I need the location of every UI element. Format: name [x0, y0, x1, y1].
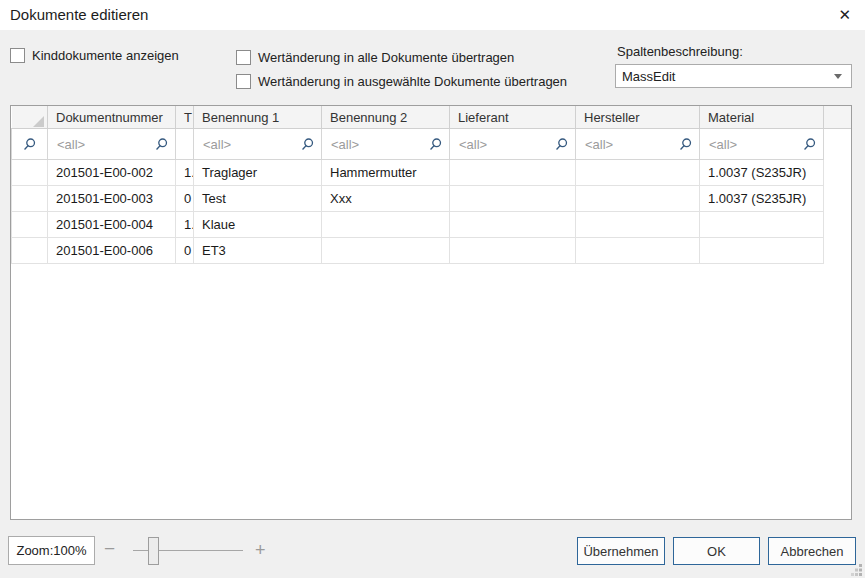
search-icon [300, 137, 315, 152]
close-icon[interactable]: ✕ [836, 5, 853, 25]
row-filler [824, 160, 852, 186]
cell-benennung2[interactable] [322, 238, 450, 264]
search-icon [554, 137, 569, 152]
filter-cell-t[interactable] [176, 129, 194, 160]
filter-cell-benennung1[interactable]: <all> [194, 129, 322, 160]
cell-dokumentnummer[interactable]: 201501-E00-002 [48, 160, 176, 186]
checkbox-apply-to-selected-documents[interactable]: Wertänderung in ausgewählte Dokumente üb… [236, 74, 567, 89]
column-header-lieferant[interactable]: Lieferant [450, 106, 576, 129]
zoom-level-indicator[interactable]: Zoom:100% [8, 536, 95, 565]
cell-lieferant[interactable] [450, 160, 576, 186]
cell-material[interactable] [700, 238, 824, 264]
zoom-in-button[interactable]: + [255, 541, 266, 559]
cell-t[interactable]: 1.. [176, 160, 194, 186]
cell-t[interactable]: 1.. [176, 212, 194, 238]
column-description-dropdown[interactable]: MassEdit [615, 64, 852, 88]
resize-grip-icon[interactable] [851, 564, 863, 576]
cell-material[interactable]: 1.0037 (S235JR) [700, 186, 824, 212]
column-description-label: Spaltenbeschreibung: [617, 44, 743, 59]
table-row[interactable]: 201501-E00-006 0 ET3 [12, 238, 852, 264]
row-filler [824, 238, 852, 264]
row-filler [824, 212, 852, 238]
filter-cell-benennung2[interactable]: <all> [322, 129, 450, 160]
cell-benennung1[interactable]: Test [194, 186, 322, 212]
search-icon [22, 137, 37, 152]
corner-triangle-icon [33, 116, 44, 127]
cell-benennung2[interactable]: Xxx [322, 186, 450, 212]
table-row[interactable]: 201501-E00-003 0 Test Xxx 1.0037 (S235JR… [12, 186, 852, 212]
checkbox-apply-to-all-documents[interactable]: Wertänderung in alle Dokumente übertrage… [236, 50, 514, 65]
checkbox-show-child-documents[interactable]: Kinddokumente anzeigen [10, 48, 179, 63]
cell-material[interactable] [700, 212, 824, 238]
cell-hersteller[interactable] [576, 238, 700, 264]
checkbox-label: Kinddokumente anzeigen [32, 48, 179, 63]
cancel-button[interactable]: Abbrechen [768, 537, 856, 565]
filter-cell-dokumentnummer[interactable]: <all> [48, 129, 176, 160]
cell-dokumentnummer[interactable]: 201501-E00-006 [48, 238, 176, 264]
cell-benennung1[interactable]: ET3 [194, 238, 322, 264]
checkbox-box[interactable] [236, 50, 251, 65]
column-header-hersteller[interactable]: Hersteller [576, 106, 700, 129]
cell-lieferant[interactable] [450, 212, 576, 238]
column-header-benennung1[interactable]: Benennung 1 [194, 106, 322, 129]
cell-benennung2[interactable]: Hammermutter [322, 160, 450, 186]
cell-hersteller[interactable] [576, 186, 700, 212]
checkbox-label: Wertänderung in ausgewählte Dokumente üb… [258, 74, 567, 89]
grid-header-row: Dokumentnummer T Benennung 1 Benennung 2… [12, 106, 852, 129]
checkbox-box[interactable] [10, 48, 25, 63]
cell-benennung1[interactable]: Traglager [194, 160, 322, 186]
cell-t[interactable]: 0 [176, 238, 194, 264]
column-header-dokumentnummer[interactable]: Dokumentnummer [48, 106, 176, 129]
apply-button[interactable]: Übernehmen [577, 537, 665, 565]
column-header-t[interactable]: T [176, 106, 194, 129]
row-filler [824, 186, 852, 212]
filter-row-header[interactable] [12, 129, 48, 160]
checkbox-label: Wertänderung in alle Dokumente übertrage… [258, 50, 514, 65]
dropdown-selected-value: MassEdit [616, 69, 834, 84]
column-header-material[interactable]: Material [700, 106, 824, 129]
checkbox-box[interactable] [236, 74, 251, 89]
zoom-out-button[interactable]: − [104, 540, 115, 558]
cell-lieferant[interactable] [450, 238, 576, 264]
chevron-down-icon [834, 74, 842, 79]
filter-filler [824, 129, 852, 160]
cell-hersteller[interactable] [576, 212, 700, 238]
table-row[interactable]: 201501-E00-002 1.. Traglager Hammermutte… [12, 160, 852, 186]
cell-benennung1[interactable]: Klaue [194, 212, 322, 238]
row-header[interactable] [12, 238, 48, 264]
cell-dokumentnummer[interactable]: 201501-E00-003 [48, 186, 176, 212]
table-row[interactable]: 201501-E00-004 1.. Klaue [12, 212, 852, 238]
search-icon [154, 137, 169, 152]
documents-grid: Dokumentnummer T Benennung 1 Benennung 2… [10, 105, 852, 520]
column-header-benennung2[interactable]: Benennung 2 [322, 106, 450, 129]
search-icon [428, 137, 443, 152]
grid-filter-row: <all> <all> <all> <all> <all> <all> [12, 129, 852, 160]
select-all-corner[interactable] [12, 106, 48, 129]
search-icon [678, 137, 693, 152]
filter-cell-hersteller[interactable]: <all> [576, 129, 700, 160]
filter-cell-lieferant[interactable]: <all> [450, 129, 576, 160]
row-header[interactable] [12, 160, 48, 186]
cell-dokumentnummer[interactable]: 201501-E00-004 [48, 212, 176, 238]
row-header[interactable] [12, 212, 48, 238]
cell-hersteller[interactable] [576, 160, 700, 186]
dialog-title: Dokumente editieren [10, 6, 148, 23]
header-filler [824, 106, 852, 129]
cell-lieferant[interactable] [450, 186, 576, 212]
ok-button[interactable]: OK [673, 537, 760, 565]
zoom-slider-handle[interactable] [148, 537, 159, 565]
cell-benennung2[interactable] [322, 212, 450, 238]
cell-t[interactable]: 0 [176, 186, 194, 212]
row-header[interactable] [12, 186, 48, 212]
dialog-dokumente-editieren: Dokumente editieren ✕ Kinddokumente anze… [0, 0, 865, 578]
cell-material[interactable]: 1.0037 (S235JR) [700, 160, 824, 186]
filter-cell-material[interactable]: <all> [700, 129, 824, 160]
title-bar: Dokumente editieren ✕ [0, 0, 865, 30]
search-icon [802, 137, 817, 152]
